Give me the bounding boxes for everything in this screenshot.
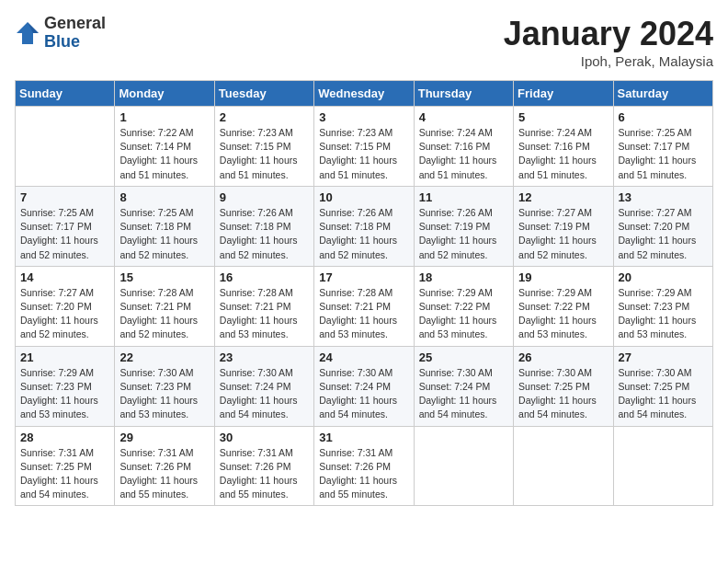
day-cell: 6Sunrise: 7:25 AMSunset: 7:17 PMDaylight… xyxy=(613,107,712,187)
day-info: Sunrise: 7:25 AMSunset: 7:17 PMDaylight:… xyxy=(619,126,708,182)
day-cell: 30Sunrise: 7:31 AMSunset: 7:26 PMDayligh… xyxy=(214,426,313,506)
day-cell: 2Sunrise: 7:23 AMSunset: 7:15 PMDaylight… xyxy=(214,107,313,187)
day-cell: 21Sunrise: 7:29 AMSunset: 7:23 PMDayligh… xyxy=(16,346,115,426)
day-info: Sunrise: 7:27 AMSunset: 7:20 PMDaylight:… xyxy=(20,286,109,342)
logo: General Blue xyxy=(15,15,106,52)
day-number: 26 xyxy=(518,350,608,364)
day-cell: 13Sunrise: 7:27 AMSunset: 7:20 PMDayligh… xyxy=(613,186,712,266)
day-info: Sunrise: 7:26 AMSunset: 7:18 PMDaylight:… xyxy=(220,206,309,262)
day-info: Sunrise: 7:23 AMSunset: 7:15 PMDaylight:… xyxy=(319,126,408,182)
day-cell: 15Sunrise: 7:28 AMSunset: 7:21 PMDayligh… xyxy=(115,266,214,346)
day-cell: 18Sunrise: 7:29 AMSunset: 7:22 PMDayligh… xyxy=(414,266,513,346)
day-number: 14 xyxy=(20,270,109,284)
day-info: Sunrise: 7:29 AMSunset: 7:23 PMDaylight:… xyxy=(20,366,109,422)
day-cell xyxy=(514,426,613,506)
day-info: Sunrise: 7:31 AMSunset: 7:25 PMDaylight:… xyxy=(20,446,109,502)
header: General Blue January 2024 Ipoh, Perak, M… xyxy=(15,15,713,69)
day-info: Sunrise: 7:28 AMSunset: 7:21 PMDaylight:… xyxy=(220,286,309,342)
day-cell xyxy=(414,426,513,506)
day-number: 13 xyxy=(619,190,708,204)
day-cell: 4Sunrise: 7:24 AMSunset: 7:16 PMDaylight… xyxy=(414,107,513,187)
day-number: 22 xyxy=(119,350,209,364)
logo-blue: Blue xyxy=(44,33,106,52)
day-number: 25 xyxy=(419,350,508,364)
day-number: 20 xyxy=(619,270,708,284)
weekday-header-sunday: Sunday xyxy=(16,81,115,107)
day-cell: 20Sunrise: 7:29 AMSunset: 7:23 PMDayligh… xyxy=(613,266,712,346)
day-cell: 28Sunrise: 7:31 AMSunset: 7:25 PMDayligh… xyxy=(16,426,115,506)
day-info: Sunrise: 7:28 AMSunset: 7:21 PMDaylight:… xyxy=(319,286,408,342)
day-number: 5 xyxy=(518,110,608,124)
day-cell: 14Sunrise: 7:27 AMSunset: 7:20 PMDayligh… xyxy=(16,266,115,346)
day-cell: 11Sunrise: 7:26 AMSunset: 7:19 PMDayligh… xyxy=(414,186,513,266)
day-info: Sunrise: 7:28 AMSunset: 7:21 PMDaylight:… xyxy=(119,286,209,342)
calendar: SundayMondayTuesdayWednesdayThursdayFrid… xyxy=(15,80,713,506)
day-cell: 31Sunrise: 7:31 AMSunset: 7:26 PMDayligh… xyxy=(314,426,414,506)
day-cell: 26Sunrise: 7:30 AMSunset: 7:25 PMDayligh… xyxy=(514,346,613,426)
day-cell: 9Sunrise: 7:26 AMSunset: 7:18 PMDaylight… xyxy=(214,186,313,266)
logo-icon xyxy=(15,20,40,46)
day-number: 27 xyxy=(619,350,708,364)
day-cell xyxy=(16,107,115,187)
day-info: Sunrise: 7:31 AMSunset: 7:26 PMDaylight:… xyxy=(119,446,209,502)
day-number: 31 xyxy=(319,431,408,444)
week-row-4: 21Sunrise: 7:29 AMSunset: 7:23 PMDayligh… xyxy=(16,346,713,426)
day-cell: 8Sunrise: 7:25 AMSunset: 7:18 PMDaylight… xyxy=(115,186,214,266)
location: Ipoh, Perak, Malaysia xyxy=(504,53,713,69)
weekday-header-monday: Monday xyxy=(115,81,214,107)
title-area: January 2024 Ipoh, Perak, Malaysia xyxy=(504,15,713,69)
day-cell: 12Sunrise: 7:27 AMSunset: 7:19 PMDayligh… xyxy=(514,186,613,266)
day-number: 7 xyxy=(20,190,109,204)
day-info: Sunrise: 7:29 AMSunset: 7:22 PMDaylight:… xyxy=(518,286,608,342)
day-info: Sunrise: 7:22 AMSunset: 7:14 PMDaylight:… xyxy=(119,126,209,182)
day-info: Sunrise: 7:24 AMSunset: 7:16 PMDaylight:… xyxy=(518,126,608,182)
weekday-header-thursday: Thursday xyxy=(414,81,513,107)
day-number: 19 xyxy=(518,270,608,284)
day-cell: 24Sunrise: 7:30 AMSunset: 7:24 PMDayligh… xyxy=(314,346,414,426)
day-info: Sunrise: 7:30 AMSunset: 7:25 PMDaylight:… xyxy=(619,366,708,422)
logo-general: General xyxy=(44,15,106,33)
day-info: Sunrise: 7:30 AMSunset: 7:24 PMDaylight:… xyxy=(419,366,508,422)
day-number: 29 xyxy=(119,431,209,444)
day-number: 30 xyxy=(220,431,309,444)
day-info: Sunrise: 7:31 AMSunset: 7:26 PMDaylight:… xyxy=(220,446,309,502)
day-cell: 29Sunrise: 7:31 AMSunset: 7:26 PMDayligh… xyxy=(115,426,214,506)
day-info: Sunrise: 7:30 AMSunset: 7:24 PMDaylight:… xyxy=(319,366,408,422)
day-number: 9 xyxy=(220,190,309,204)
day-number: 10 xyxy=(319,190,408,204)
day-number: 28 xyxy=(20,431,109,444)
day-info: Sunrise: 7:27 AMSunset: 7:19 PMDaylight:… xyxy=(518,206,608,262)
day-info: Sunrise: 7:26 AMSunset: 7:18 PMDaylight:… xyxy=(319,206,408,262)
day-cell: 10Sunrise: 7:26 AMSunset: 7:18 PMDayligh… xyxy=(314,186,414,266)
day-number: 6 xyxy=(619,110,708,124)
weekday-header-friday: Friday xyxy=(514,81,613,107)
day-cell: 27Sunrise: 7:30 AMSunset: 7:25 PMDayligh… xyxy=(613,346,712,426)
day-info: Sunrise: 7:23 AMSunset: 7:15 PMDaylight:… xyxy=(220,126,309,182)
weekday-header-saturday: Saturday xyxy=(613,81,712,107)
day-cell: 17Sunrise: 7:28 AMSunset: 7:21 PMDayligh… xyxy=(314,266,414,346)
day-info: Sunrise: 7:30 AMSunset: 7:25 PMDaylight:… xyxy=(518,366,608,422)
day-cell: 22Sunrise: 7:30 AMSunset: 7:23 PMDayligh… xyxy=(115,346,214,426)
day-info: Sunrise: 7:29 AMSunset: 7:23 PMDaylight:… xyxy=(619,286,708,342)
day-number: 15 xyxy=(119,270,209,284)
day-cell: 3Sunrise: 7:23 AMSunset: 7:15 PMDaylight… xyxy=(314,107,414,187)
weekday-header-wednesday: Wednesday xyxy=(314,81,414,107)
day-info: Sunrise: 7:31 AMSunset: 7:26 PMDaylight:… xyxy=(319,446,408,502)
day-number: 2 xyxy=(220,110,309,124)
day-info: Sunrise: 7:29 AMSunset: 7:22 PMDaylight:… xyxy=(419,286,508,342)
week-row-2: 7Sunrise: 7:25 AMSunset: 7:17 PMDaylight… xyxy=(16,186,713,266)
logo-text: General Blue xyxy=(44,15,106,52)
day-number: 16 xyxy=(220,270,309,284)
day-cell: 7Sunrise: 7:25 AMSunset: 7:17 PMDaylight… xyxy=(16,186,115,266)
day-cell: 25Sunrise: 7:30 AMSunset: 7:24 PMDayligh… xyxy=(414,346,513,426)
day-info: Sunrise: 7:25 AMSunset: 7:17 PMDaylight:… xyxy=(20,206,109,262)
day-info: Sunrise: 7:27 AMSunset: 7:20 PMDaylight:… xyxy=(619,206,708,262)
day-info: Sunrise: 7:30 AMSunset: 7:23 PMDaylight:… xyxy=(119,366,209,422)
weekday-header-tuesday: Tuesday xyxy=(214,81,313,107)
day-cell: 1Sunrise: 7:22 AMSunset: 7:14 PMDaylight… xyxy=(115,107,214,187)
day-number: 1 xyxy=(119,110,209,124)
day-number: 21 xyxy=(20,350,109,364)
day-number: 17 xyxy=(319,270,408,284)
day-number: 12 xyxy=(518,190,608,204)
week-row-3: 14Sunrise: 7:27 AMSunset: 7:20 PMDayligh… xyxy=(16,266,713,346)
